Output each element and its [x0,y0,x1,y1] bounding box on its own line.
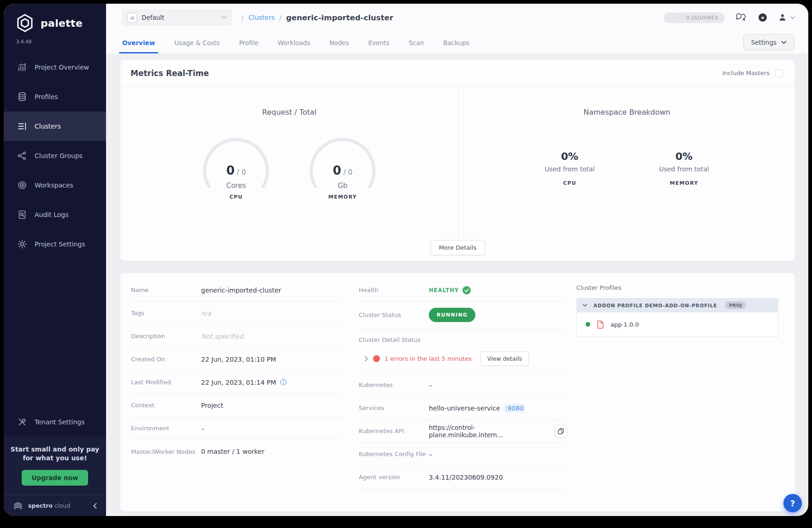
main-area: Default / Clusters / generic-imported-cl… [106,4,808,516]
sidebar-item-project-overview[interactable]: Project Overview [4,53,106,82]
detail-row-environment: Environment – [131,417,343,440]
brand: palette [4,4,106,33]
cluster-tabs: Overview Usage & Costs Profile Workloads… [106,31,808,53]
detail-row-context: Context Project [131,394,343,417]
detail-row-name: Name generic-imported-cluster [131,279,343,302]
metrics-body: Request / Total 0/ 0 Cores CPU [120,87,795,261]
sidebar-item-audit-logs[interactable]: Audit Logs [4,200,106,229]
cpu-gauge-value: 0/ 0 [201,164,271,177]
namespace-cpu-caption: Used from total [532,165,608,173]
settings-button-label: Settings [751,39,776,46]
namespace-memory-caption: Used from total [646,165,722,173]
sidebar-item-profiles[interactable]: Profiles [4,82,106,111]
tab-scan[interactable]: Scan [407,34,425,53]
app-window: palette 3.4.48 Project Overview [4,4,808,516]
kubernetes-api-value: https://control-plane.minikube.intern... [429,424,549,439]
cluster-details-card: Name generic-imported-cluster Tags n/a D… [120,273,795,511]
check-circle-icon [462,286,471,294]
health-status-text: HEALTHY [429,287,459,293]
sidebar-item-project-settings[interactable]: Project Settings [4,229,106,259]
project-selector[interactable]: Default [122,9,232,26]
master-worker-value: 0 master / 1 worker [201,448,264,455]
tab-usage-costs[interactable]: Usage & Costs [173,34,221,53]
sidebar-item-tenant-settings[interactable]: Tenant Settings [4,407,106,437]
breadcrumb-separator: / [279,14,282,21]
cluster-error-row: 1 errors in the last 5 minutes View deta… [359,352,567,366]
upgrade-now-button[interactable]: Upgrade now [22,470,89,486]
details-left-column: Name generic-imported-cluster Tags n/a D… [131,279,343,511]
chevron-right-icon[interactable] [364,356,368,362]
metrics-realtime-card: Metrics Real-Time Include Masters Reques… [120,60,795,261]
description-value: Not specified. [201,333,245,340]
agent-version-value: 3.4.11/20230609.0920 [429,474,503,481]
sidebar-item-label: Tenant Settings [35,418,84,426]
orbit-icon [17,180,28,191]
profile-group-header[interactable]: ADDON PROFILE DEMO-ADD-ON-PROFILE PROJ [576,298,778,312]
info-icon[interactable] [280,379,287,386]
profile-pack-row[interactable]: app 1.0.0 [576,312,778,337]
tab-nodes[interactable]: Nodes [328,34,350,53]
metrics-header: Metrics Real-Time Include Masters [120,60,795,87]
profile-scope-badge: PROJ [725,301,746,309]
topbar: Default / Clusters / generic-imported-cl… [106,4,808,31]
sidebar-item-workspaces[interactable]: Workspaces [4,170,106,200]
config-file-value: – [429,451,432,458]
detail-row-config-file: Kubernetes Config File – [359,443,567,466]
metrics-title: Metrics Real-Time [130,69,209,78]
tab-events[interactable]: Events [367,34,391,53]
nodes-icon [17,150,28,161]
service-port-link[interactable]: :8080 [504,404,526,413]
collapse-sidebar-icon[interactable] [92,503,98,509]
tab-backups[interactable]: Backups [442,34,471,53]
more-details-button[interactable]: More Details [431,240,485,255]
sidebar-item-cluster-groups[interactable]: Cluster Groups [4,141,106,170]
context-value: Project [201,402,223,409]
sidebar-item-label: Profiles [35,93,58,100]
brand-name: palette [41,18,83,29]
breadcrumb-separator: / [242,14,244,21]
detail-row-description: Description Not specified. [131,325,343,348]
pack-file-icon [597,320,604,329]
breadcrumb-current: generic-imported-cluster [286,13,393,22]
view-details-button[interactable]: View details [480,352,529,366]
include-masters-checkbox[interactable] [775,69,783,77]
user-icon [778,13,787,22]
user-menu[interactable] [778,13,795,22]
breadcrumb: / Clusters / generic-imported-cluster [242,13,393,22]
sidebar-item-label: Audit Logs [35,211,68,218]
chevron-down-icon [582,304,587,307]
details-middle-column: Health HEALTHY Cluster Status RUNNING [359,279,567,511]
bar-chart-icon [17,62,28,73]
detail-row-health: Health HEALTHY [359,279,567,302]
usage-badge[interactable]: 0.15/100kCh [664,12,724,23]
cluster-profiles-title: Cluster Profiles [576,284,778,291]
namespace-memory-percent: 0% [646,151,722,162]
copy-button[interactable] [554,425,567,438]
last-modified-value: 22 Jun, 2023, 01:14 PM [201,379,287,386]
help-button[interactable]: ? [783,494,802,512]
tab-profile[interactable]: Profile [237,34,260,53]
cpu-gauge-unit: Cores [201,182,271,190]
detail-row-cluster-status: Cluster Status RUNNING [359,302,567,329]
sidebar-item-label: Project Overview [35,64,89,71]
request-total-section: Request / Total 0/ 0 Cores CPU [120,87,459,261]
detail-row-kubernetes: Kubernetes – [359,374,567,397]
breadcrumb-clusters-link[interactable]: Clusters [249,14,275,21]
tools-icon [17,417,28,428]
chevron-down-icon [781,41,787,44]
sidebar-item-clusters[interactable]: Clusters [4,111,106,141]
database-icon [17,91,28,102]
tab-workloads[interactable]: Workloads [276,34,311,53]
promo-line-2: for what you use! [10,454,100,463]
detail-row-nodes: Master/Worker Nodes 0 master / 1 worker [131,440,343,463]
memory-gauge: 0/ 0 Gb MEMORY [308,136,378,206]
page-content: Metrics Real-Time Include Masters Reques… [106,53,808,516]
chat-button[interactable] [735,12,747,23]
tab-overview[interactable]: Overview [121,34,156,53]
include-masters-label: Include Masters [722,70,770,76]
service-name: hello-universe-service [429,405,500,412]
tags-value: n/a [201,310,211,317]
namespace-breakdown-title: Namespace Breakdown [583,108,670,117]
whats-new-star-icon[interactable]: ★ [759,13,767,22]
settings-button[interactable]: Settings [743,34,794,51]
